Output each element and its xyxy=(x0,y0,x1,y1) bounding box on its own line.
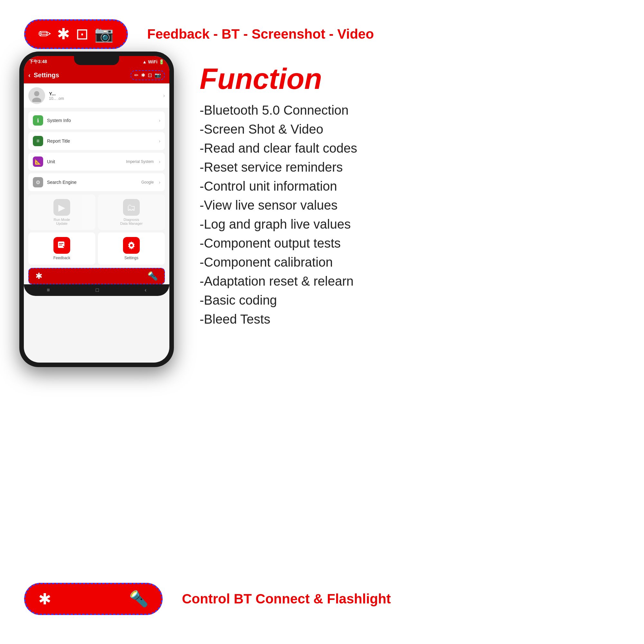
feature-log-graph: -Log and graph live values xyxy=(200,217,631,232)
search-engine-icon: ⚙ xyxy=(33,177,43,187)
settings-list: ℹ System Info › ≡ Report Title › 📐 Unit … xyxy=(24,108,169,194)
feature-bleed: -Bleed Tests xyxy=(200,312,631,327)
svg-point-6 xyxy=(130,244,133,247)
phone-header-left: ‹ Settings xyxy=(28,71,59,79)
bottom-toolbar-label: Control BT Connect & Flashlight xyxy=(182,591,391,607)
search-engine-label: Search Engine xyxy=(47,180,137,185)
phone-frame: 下午3:48 ▲ WiFi 🔋 ‹ Settings ✏ ✱ ⊡ 📷 xyxy=(19,52,174,367)
feature-live-sensor: -View live sensor values xyxy=(200,198,631,213)
feedback-tile-label: Feedback xyxy=(53,256,71,260)
run-mode-label: Run ModeUpdate xyxy=(54,218,70,225)
system-info-icon: ℹ xyxy=(33,115,43,126)
system-info-arrow: › xyxy=(159,118,160,123)
svg-point-1 xyxy=(32,98,41,102)
phone-nav-bar: ≡ □ ‹ xyxy=(24,284,169,296)
bt-bottom-icon[interactable]: ✱ xyxy=(35,271,43,281)
report-title-label: Report Title xyxy=(47,138,154,144)
settings-tile-icon xyxy=(123,237,140,254)
profile-arrow: › xyxy=(163,93,165,99)
tiles-grid: ▶ Run ModeUpdate 🗂 DiagnosisData Manager xyxy=(24,194,169,268)
right-panel: Function -Bluetooth 5.0 Connection -Scre… xyxy=(200,64,631,327)
feature-coding: -Basic coding xyxy=(200,293,631,308)
status-time: 下午3:48 xyxy=(29,59,47,65)
bt-pill-icon: ✱ xyxy=(38,590,51,608)
search-engine-arrow: › xyxy=(159,180,160,185)
unit-icon: 📐 xyxy=(33,156,43,167)
settings-item-unit[interactable]: 📐 Unit Imperial System › xyxy=(28,153,165,171)
profile-name: Y... xyxy=(49,91,159,96)
report-title-icon: ≡ xyxy=(33,136,43,146)
bottom-toolbar-area: ✱ 🔦 Control BT Connect & Flashlight xyxy=(24,583,391,615)
settings-item-sysinfo[interactable]: ℹ System Info › xyxy=(28,111,165,129)
settings-item-search[interactable]: ⚙ Search Engine Google › xyxy=(28,173,165,191)
header-feedback-icon[interactable]: ✏ xyxy=(134,72,138,78)
back-arrow[interactable]: ‹ xyxy=(28,71,31,79)
feedback-icon: ✏ xyxy=(38,26,51,42)
unit-label: Unit xyxy=(47,159,122,164)
data-manager-label: DiagnosisData Manager xyxy=(120,218,143,225)
unit-value: Imperial System xyxy=(126,159,154,164)
feature-list: -Bluetooth 5.0 Connection -Screen Shot &… xyxy=(200,103,631,327)
tile-feedback[interactable]: Feedback xyxy=(28,232,95,265)
data-manager-icon: 🗂 xyxy=(123,199,140,216)
top-toolbar-area: ✏ ✱ ⊡ 📷 Feedback - BT - Screenshot - Vid… xyxy=(24,19,374,49)
top-toolbar-pill[interactable]: ✏ ✱ ⊡ 📷 xyxy=(24,19,128,49)
nav-menu[interactable]: ≡ xyxy=(47,287,50,293)
header-title: Settings xyxy=(34,71,59,79)
feature-control-unit: -Control unit information xyxy=(200,179,631,194)
feature-bluetooth: -Bluetooth 5.0 Connection xyxy=(200,103,631,118)
video-icon: 📷 xyxy=(94,26,114,42)
feedback-tile-icon xyxy=(53,237,70,254)
phone-bottom-bar[interactable]: ✱ 🔦 xyxy=(28,268,165,284)
phone-header: ‹ Settings ✏ ✱ ⊡ 📷 xyxy=(24,68,169,83)
flashlight-pill-icon: 🔦 xyxy=(129,590,148,608)
run-mode-icon: ▶ xyxy=(53,199,70,216)
avatar xyxy=(28,87,45,104)
feature-service-reset: -Reset service reminders xyxy=(200,160,631,175)
phone-notch xyxy=(74,56,119,65)
nav-home[interactable]: □ xyxy=(96,287,99,293)
function-title: Function xyxy=(200,64,631,93)
profile-info: Y... 10... .om xyxy=(49,91,159,101)
search-engine-value: Google xyxy=(141,180,154,185)
feature-screenshot: -Screen Shot & Video xyxy=(200,122,631,137)
feature-calibration: -Component calibration xyxy=(200,255,631,270)
settings-tile-label: Settings xyxy=(124,256,138,260)
feature-fault-codes: -Read and clear fault codes xyxy=(200,141,631,156)
unit-arrow: › xyxy=(159,159,160,164)
flashlight-bottom-icon[interactable]: 🔦 xyxy=(147,271,158,281)
screenshot-icon: ⊡ xyxy=(76,26,89,42)
header-bt-icon[interactable]: ✱ xyxy=(141,72,145,78)
feature-component-output: -Component output tests xyxy=(200,236,631,251)
profile-email: 10... .om xyxy=(49,96,159,101)
svg-point-0 xyxy=(34,91,39,96)
nav-back[interactable]: ‹ xyxy=(145,287,146,293)
system-info-label: System Info xyxy=(47,118,154,123)
profile-row[interactable]: Y... 10... .om › xyxy=(24,83,169,108)
report-title-arrow: › xyxy=(159,138,160,144)
tile-data-manager: 🗂 DiagnosisData Manager xyxy=(98,194,165,230)
phone-mockup: 下午3:48 ▲ WiFi 🔋 ‹ Settings ✏ ✱ ⊡ 📷 xyxy=(19,52,174,367)
status-icons: ▲ WiFi 🔋 xyxy=(142,59,164,64)
header-action-icons[interactable]: ✏ ✱ ⊡ 📷 xyxy=(130,70,165,80)
bottom-toolbar-pill[interactable]: ✱ 🔦 xyxy=(24,583,163,615)
header-screenshot-icon[interactable]: ⊡ xyxy=(148,72,152,78)
settings-item-report[interactable]: ≡ Report Title › xyxy=(28,132,165,150)
tile-run-mode: ▶ Run ModeUpdate xyxy=(28,194,95,230)
top-toolbar-label: Feedback - BT - Screenshot - Video xyxy=(147,26,374,42)
phone-screen: 下午3:48 ▲ WiFi 🔋 ‹ Settings ✏ ✱ ⊡ 📷 xyxy=(24,56,169,363)
feature-adaptation: -Adaptation reset & relearn xyxy=(200,274,631,289)
bluetooth-icon: ✱ xyxy=(57,26,70,42)
header-video-icon[interactable]: 📷 xyxy=(155,72,161,78)
tile-settings[interactable]: Settings xyxy=(98,232,165,265)
